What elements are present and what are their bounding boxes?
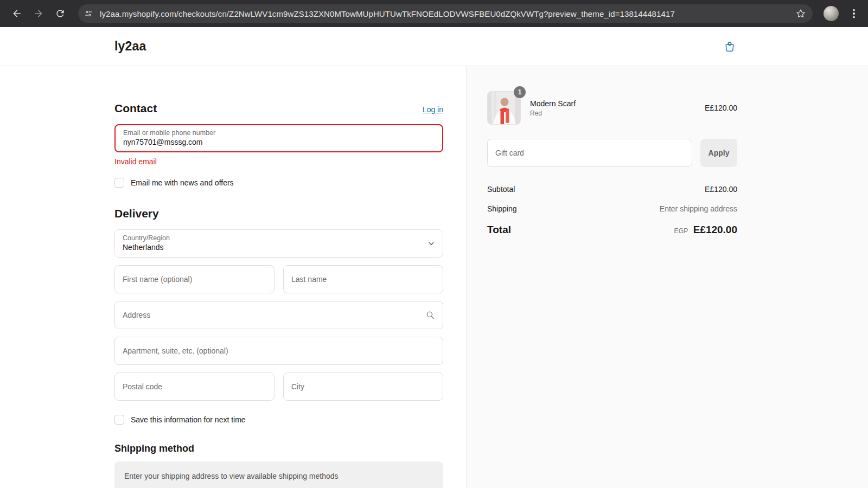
reload-button[interactable] xyxy=(51,4,69,23)
login-link[interactable]: Log in xyxy=(423,105,443,114)
apartment-input[interactable] xyxy=(115,337,443,364)
first-name-field-wrap xyxy=(114,265,275,293)
postal-code-field-wrap xyxy=(114,373,275,401)
store-logo[interactable]: ly2aa xyxy=(114,39,146,54)
chevron-down-icon xyxy=(427,240,435,247)
total-label: Total xyxy=(487,224,511,236)
email-field-value: nyn75701@msssg.com xyxy=(123,137,435,147)
shipping-row: Shipping Enter shipping address xyxy=(487,204,737,213)
browser-profile-avatar[interactable] xyxy=(824,6,839,21)
address-bar[interactable]: ly2aa.myshopify.com/checkouts/cn/Z2NwLWV… xyxy=(78,4,813,23)
save-info-checkbox-row[interactable]: Save this information for next time xyxy=(114,415,443,425)
checkout-form: Contact Log in Email or mobile phone num… xyxy=(0,66,467,488)
back-arrow-icon xyxy=(11,8,22,19)
shipping-label: Shipping xyxy=(487,204,517,213)
shipping-method-title: Shipping method xyxy=(114,443,443,454)
total-currency: EGP xyxy=(674,227,688,235)
postal-code-input[interactable] xyxy=(115,373,274,400)
shopping-bag-icon xyxy=(723,40,736,53)
browser-toolbar: ly2aa.myshopify.com/checkouts/cn/Z2NwLWV… xyxy=(0,0,868,27)
email-field-label: Email or mobile phone number xyxy=(123,129,435,138)
checkout-page: ly2aa Contact Log in Email or mobile pho… xyxy=(0,27,868,488)
email-field[interactable]: Email or mobile phone number nyn75701@ms… xyxy=(114,124,443,152)
save-info-checkbox[interactable] xyxy=(114,415,124,425)
product-variant: Red xyxy=(530,110,705,117)
search-icon xyxy=(425,310,435,320)
city-field-wrap xyxy=(283,373,443,401)
gift-card-input[interactable] xyxy=(488,139,692,166)
first-name-input[interactable] xyxy=(115,266,274,293)
country-select-value: Netherlands xyxy=(123,242,435,253)
email-error-text: Invalid email xyxy=(114,157,443,166)
address-field-wrap xyxy=(114,301,443,329)
address-input[interactable] xyxy=(115,301,443,329)
city-input[interactable] xyxy=(284,373,443,400)
forward-arrow-icon xyxy=(33,8,44,19)
product-name: Modern Scarf xyxy=(530,99,705,108)
delivery-title: Delivery xyxy=(114,207,443,220)
country-select[interactable]: Country/Region Netherlands xyxy=(114,229,443,258)
cart-line-item: 1 Modern Scarf Red E£120.00 xyxy=(487,91,737,125)
total-row: Total EGP E£120.00 xyxy=(487,224,737,236)
apply-button[interactable]: Apply xyxy=(700,139,737,167)
contact-title: Contact xyxy=(114,102,157,115)
last-name-field-wrap xyxy=(283,265,443,293)
save-info-label: Save this information for next time xyxy=(131,415,246,424)
newsletter-label: Email me with news and offers xyxy=(131,178,234,187)
order-summary: 1 Modern Scarf Red E£120.00 Apply xyxy=(467,66,868,488)
newsletter-checkbox[interactable] xyxy=(114,178,124,188)
subtotal-row: Subtotal E£120.00 xyxy=(487,185,737,194)
shipping-method-notice: Enter your shipping address to view avai… xyxy=(114,461,443,488)
subtotal-label: Subtotal xyxy=(487,185,515,194)
last-name-input[interactable] xyxy=(284,266,443,293)
store-header: ly2aa xyxy=(0,27,868,66)
reload-icon xyxy=(55,8,66,19)
bookmark-star-icon[interactable] xyxy=(795,8,806,19)
url-text[interactable]: ly2aa.myshopify.com/checkouts/cn/Z2NwLWV… xyxy=(100,9,791,18)
product-price: E£120.00 xyxy=(705,104,737,112)
gift-card-field-wrap xyxy=(487,139,692,167)
country-select-label: Country/Region xyxy=(123,234,435,243)
back-button[interactable] xyxy=(8,4,26,23)
cart-button[interactable] xyxy=(723,40,736,53)
forward-button[interactable] xyxy=(29,4,48,23)
site-settings-icon[interactable] xyxy=(81,7,95,21)
shipping-value: Enter shipping address xyxy=(660,204,737,213)
newsletter-checkbox-row[interactable]: Email me with news and offers xyxy=(114,178,443,188)
shipping-method-notice-text: Enter your shipping address to view avai… xyxy=(124,472,339,480)
subtotal-value: E£120.00 xyxy=(705,185,737,194)
quantity-badge: 1 xyxy=(514,86,526,98)
apartment-field-wrap xyxy=(114,337,443,365)
total-value: E£120.00 xyxy=(693,224,737,236)
browser-menu-button[interactable] xyxy=(847,6,860,21)
